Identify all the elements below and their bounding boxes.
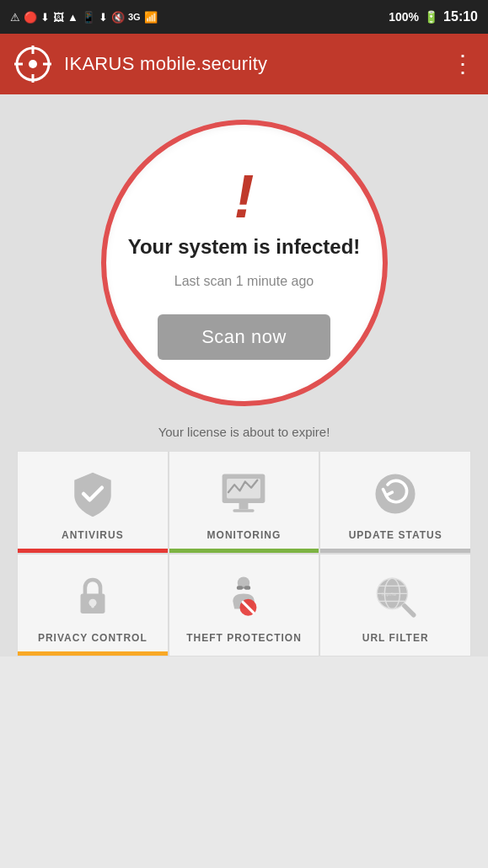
svg-line-27 xyxy=(405,606,414,615)
theft-protection-cell[interactable]: THEFT PROTECTION xyxy=(169,554,320,656)
monitoring-status-bar xyxy=(169,549,319,553)
status-circle: ! Your system is infected! Last scan 1 m… xyxy=(101,120,388,406)
theft-protection-label: THEFT PROTECTION xyxy=(186,632,302,644)
exclamation-icon: ! xyxy=(234,166,255,227)
status-time: 15:10 xyxy=(443,9,478,24)
app-bar-left: IKARUS mobile.security xyxy=(13,45,267,83)
update-status-cell[interactable]: UPDATE STATUS xyxy=(319,451,471,554)
alert-icon: 🔴 xyxy=(24,11,37,24)
app-bar: IKARUS mobile.security ⋮ xyxy=(0,34,488,94)
url-filter-label: URL FILTER xyxy=(362,632,429,644)
status-bar: ⚠ 🔴 ⬇ 🖼 ▲ 📱 ⬇ 🔇 3G 📶 100% 🔋 15:10 xyxy=(0,0,488,34)
url-filter-icon: http://w xyxy=(368,570,422,624)
feature-grid: ANTIVIRUS MONITORING xyxy=(17,451,471,656)
svg-rect-8 xyxy=(239,503,249,509)
app-logo xyxy=(13,45,52,83)
infected-status-text: Your system is infected! xyxy=(111,235,378,259)
antivirus-status-bar xyxy=(18,549,168,553)
theft-protection-icon xyxy=(217,570,271,624)
image-icon: 🖼 xyxy=(53,11,64,24)
mute-icon: 🔇 xyxy=(111,11,125,24)
svg-point-5 xyxy=(29,60,37,68)
update-status-bar xyxy=(320,549,470,553)
warning-icon: ⚠ xyxy=(10,11,20,24)
crosshair-icon xyxy=(14,46,51,83)
svg-text:http://w: http://w xyxy=(382,592,397,597)
last-scan-text: Last scan 1 minute ago xyxy=(174,274,314,289)
app-title: IKARUS mobile.security xyxy=(64,53,267,75)
antivirus-cell[interactable]: ANTIVIRUS xyxy=(17,451,169,554)
svg-rect-13 xyxy=(91,603,94,608)
signal-bars-icon: 📶 xyxy=(144,11,158,24)
antivirus-icon xyxy=(66,467,120,521)
triangle-icon: ▲ xyxy=(67,11,78,24)
url-filter-cell[interactable]: http://w URL FILTER xyxy=(319,554,471,656)
scan-now-button[interactable]: Scan now xyxy=(158,314,330,360)
update-status-label: UPDATE STATUS xyxy=(349,529,442,541)
battery-icon: 🔋 xyxy=(424,10,438,24)
monitoring-label: MONITORING xyxy=(207,529,282,541)
signal-3g-icon: 3G xyxy=(128,12,141,22)
tablet-icon: 📱 xyxy=(82,11,95,24)
privacy-control-cell[interactable]: PRIVACY CONTROL xyxy=(17,554,169,656)
battery-percent: 100% xyxy=(389,10,419,24)
overflow-menu-button[interactable]: ⋮ xyxy=(451,52,475,76)
svg-rect-9 xyxy=(233,509,255,512)
license-warning: Your license is about to expire! xyxy=(158,425,330,439)
download-icon: ⬇ xyxy=(40,11,50,24)
privacy-control-label: PRIVACY CONTROL xyxy=(38,632,147,644)
download2-icon: ⬇ xyxy=(99,11,108,24)
svg-rect-15 xyxy=(237,586,243,590)
status-bar-icons: ⚠ 🔴 ⬇ 🖼 ▲ 📱 ⬇ 🔇 3G 📶 xyxy=(10,11,158,24)
svg-rect-16 xyxy=(244,586,250,590)
privacy-status-bar xyxy=(18,651,168,656)
monitoring-icon xyxy=(217,467,271,521)
monitoring-cell[interactable]: MONITORING xyxy=(169,451,320,554)
main-content: ! Your system is infected! Last scan 1 m… xyxy=(0,94,488,656)
update-status-icon xyxy=(368,467,422,521)
privacy-control-icon xyxy=(66,570,120,624)
antivirus-label: ANTIVIRUS xyxy=(62,529,124,541)
status-bar-right: 100% 🔋 15:10 xyxy=(389,9,478,24)
